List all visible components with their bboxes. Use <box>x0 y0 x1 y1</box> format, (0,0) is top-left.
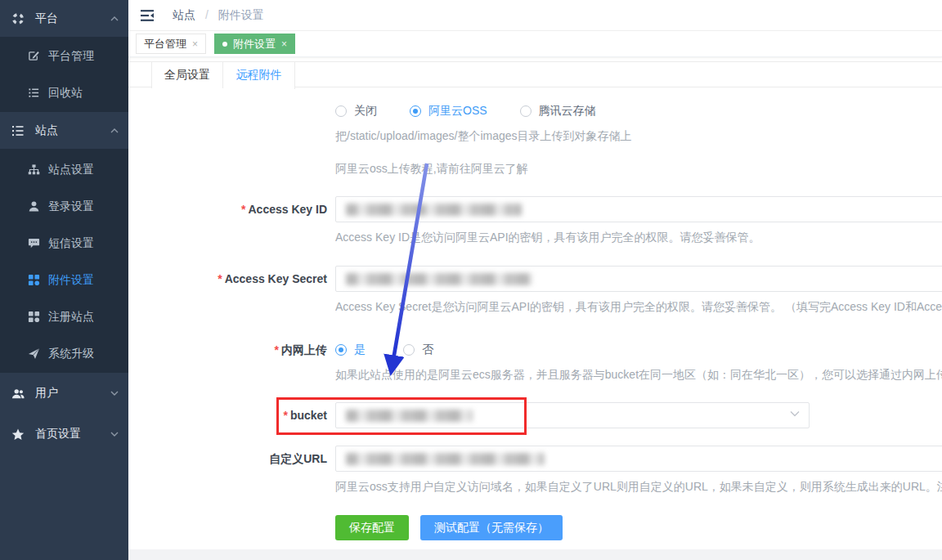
chevron-down-icon <box>110 391 119 396</box>
intranet-upload-helper: 如果此站点使用的是阿里云ecs服务器，并且服务器与bucket在同一地区（如：同… <box>335 368 942 383</box>
sidebar-item-register-site[interactable]: 注册站点 <box>0 298 128 335</box>
grid-icon <box>28 311 40 323</box>
redacted-value <box>346 453 545 465</box>
test-config-button[interactable]: 测试配置（无需保存） <box>420 515 563 540</box>
radio-icon <box>335 105 347 117</box>
settings-tabs: 全局设置 远程附件 <box>128 61 942 87</box>
intranet-upload-radio-group: 是 否 <box>335 337 471 363</box>
bucket-label: *bucket <box>128 402 327 428</box>
redacted-value <box>346 273 532 285</box>
page-tab-attachment-settings[interactable]: 附件设置 × <box>214 34 295 54</box>
sidebar-group-users[interactable]: 用户 <box>0 373 128 414</box>
radio-label: 阿里云OSS <box>428 104 487 119</box>
sidebar-item-login-settings[interactable]: 登录设置 <box>0 188 128 225</box>
access-key-secret-input[interactable] <box>335 266 942 292</box>
tab-label: 全局设置 <box>164 68 210 81</box>
sidebar-item-label: 短信设置 <box>48 236 94 251</box>
attachment-settings-panel: 全局设置 远程附件 关闭 阿里云OSS 腾讯云存储 把/static/uploa… <box>128 57 942 549</box>
sidebar-submenu-platform: 平台管理 回收站 <box>0 37 128 112</box>
list-icon <box>28 87 40 99</box>
top-header-bar: 站点 / 附件设置 <box>128 0 942 31</box>
chevron-down-icon <box>790 410 800 417</box>
access-key-secret-row: *Access Key Secret <box>128 266 942 292</box>
sidebar-item-recycle[interactable]: 回收站 <box>0 74 128 111</box>
required-asterisk: * <box>241 203 245 216</box>
site-list-icon <box>11 124 25 137</box>
sidebar-submenu-site: 站点设置 登录设置 短信设置 附件设置 注册站点 <box>0 149 128 373</box>
sidebar: 平台 平台管理 回收站 站点 <box>0 0 128 560</box>
custom-url-input[interactable] <box>335 446 942 472</box>
sidebar-group-label: 站点 <box>35 123 58 138</box>
radio-no[interactable]: 否 <box>403 343 433 357</box>
sidebar-item-sms-settings[interactable]: 短信设置 <box>0 225 128 262</box>
access-key-id-row: *Access Key ID <box>128 196 942 222</box>
sitemap-icon <box>28 164 40 176</box>
sidebar-item-attachment-settings[interactable]: 附件设置 <box>0 262 128 298</box>
radio-close[interactable]: 关闭 <box>335 104 377 119</box>
star-icon <box>11 428 25 441</box>
sidebar-item-label: 回收站 <box>48 86 83 101</box>
access-key-id-input[interactable] <box>335 196 942 222</box>
bucket-row: *bucket <box>128 402 942 428</box>
breadcrumb: 站点 / 附件设置 <box>173 8 264 23</box>
breadcrumb-separator: / <box>205 8 209 21</box>
radio-label: 关闭 <box>354 104 377 119</box>
sidebar-item-label: 平台管理 <box>48 49 94 64</box>
sidebar-group-platform[interactable]: 平台 <box>0 0 128 37</box>
access-key-secret-helper: Access Key Secret是您访问阿里云API的密钥，具有该用户完全的权… <box>335 300 942 315</box>
opened-page-tabs: 平台管理 × 附件设置 × <box>128 31 942 57</box>
tab-global-settings[interactable]: 全局设置 <box>151 62 223 88</box>
breadcrumb-page: 附件设置 <box>218 8 264 21</box>
radio-label: 是 <box>354 343 366 357</box>
sidebar-group-site[interactable]: 站点 <box>0 112 128 149</box>
sidebar-group-label: 首页设置 <box>35 427 81 441</box>
radio-label: 腾讯云存储 <box>539 104 596 119</box>
sidebar-item-site-settings[interactable]: 站点设置 <box>0 151 128 188</box>
sidebar-group-label: 用户 <box>35 386 58 401</box>
send-icon <box>28 347 40 360</box>
tutorial-note[interactable]: 阿里云oss上传教程,请前往阿里云了解 <box>335 162 528 177</box>
radio-aliyun-oss[interactable]: 阿里云OSS <box>410 104 487 119</box>
sidebar-item-system-upgrade[interactable]: 系统升级 <box>0 335 128 372</box>
user-icon <box>28 200 40 213</box>
sidebar-group-homepage[interactable]: 首页设置 <box>0 414 128 455</box>
save-config-button[interactable]: 保存配置 <box>335 515 409 540</box>
sidebar-group-label: 平台 <box>35 11 58 26</box>
required-asterisk: * <box>283 409 287 422</box>
tab-remote-attachment[interactable]: 远程附件 <box>223 62 295 89</box>
radio-checked-icon <box>335 344 347 356</box>
required-asterisk: * <box>275 343 279 356</box>
access-key-id-label: *Access Key ID <box>128 196 327 222</box>
platform-icon <box>11 12 25 25</box>
close-icon[interactable]: × <box>192 38 198 50</box>
menu-fold-icon[interactable] <box>140 9 155 22</box>
tab-label: 远程附件 <box>236 68 282 81</box>
edit-icon <box>28 50 40 62</box>
access-key-id-helper: Access Key ID是您访问阿里云API的密钥，具有该用户完全的权限。请您… <box>335 231 942 245</box>
sidebar-item-label: 登录设置 <box>48 199 94 214</box>
sidebar-item-label: 系统升级 <box>48 347 94 361</box>
radio-yes[interactable]: 是 <box>335 343 366 357</box>
bucket-select[interactable] <box>335 402 810 428</box>
sidebar-item-label: 注册站点 <box>48 310 94 325</box>
radio-checked-icon <box>410 105 421 117</box>
chevron-up-icon <box>110 16 119 21</box>
grid-icon <box>28 274 40 286</box>
form-actions: 保存配置 测试配置（无需保存） <box>335 515 563 540</box>
intranet-upload-row: *内网上传 是 否 <box>128 337 942 363</box>
chevron-down-icon <box>110 432 119 437</box>
breadcrumb-section[interactable]: 站点 <box>173 8 195 21</box>
page-tab-platform-manage[interactable]: 平台管理 × <box>136 34 206 54</box>
radio-label: 否 <box>422 343 433 357</box>
redacted-value <box>346 204 522 216</box>
radio-tencent-cos[interactable]: 腾讯云存储 <box>520 104 596 119</box>
sidebar-item-platform-manage[interactable]: 平台管理 <box>0 38 128 74</box>
sms-icon <box>28 237 40 249</box>
redacted-value <box>346 410 473 422</box>
sidebar-item-label: 站点设置 <box>48 163 94 177</box>
radio-icon <box>520 105 532 117</box>
custom-url-helper: 阿里云oss支持用户自定义访问域名，如果自定义了URL则用自定义的URL，如果未… <box>335 480 942 495</box>
users-icon <box>11 387 25 400</box>
close-icon[interactable]: × <box>281 38 287 50</box>
custom-url-row: 自定义URL <box>128 446 942 472</box>
